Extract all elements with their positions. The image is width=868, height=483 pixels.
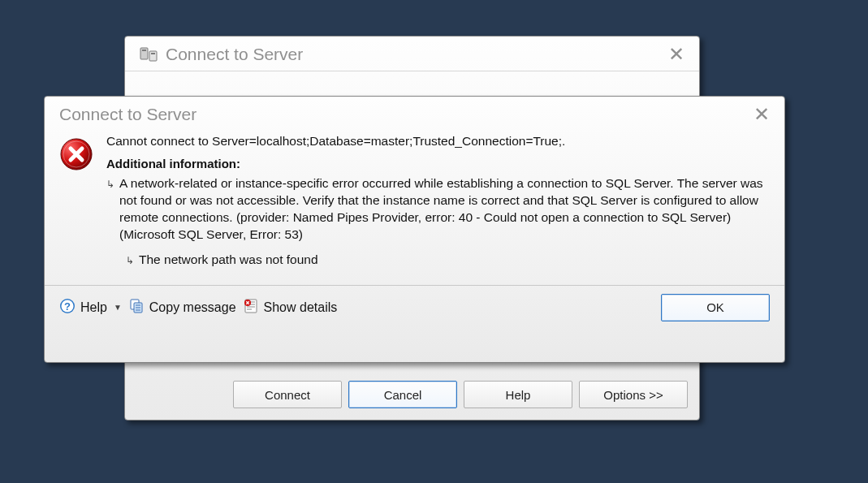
close-icon[interactable]: ✕ — [754, 105, 770, 124]
additional-info-heading: Additional information: — [106, 157, 770, 170]
svg-rect-2 — [142, 50, 146, 51]
error-message: Cannot connect to Server=localhost;Datab… — [106, 134, 770, 149]
dialog-titlebar: Connect to Server ✕ — [125, 37, 699, 71]
connect-button[interactable]: Connect — [233, 381, 342, 408]
svg-rect-1 — [149, 51, 157, 61]
svg-rect-3 — [151, 53, 155, 54]
show-details-link[interactable]: Show details — [243, 298, 338, 317]
copy-icon — [128, 298, 145, 317]
tree-arrow-icon: ↳ — [126, 252, 134, 269]
help-button[interactable]: Help — [464, 381, 572, 408]
chevron-down-icon: ▼ — [114, 303, 122, 312]
error-dialog-title: Connect to Server — [59, 105, 196, 124]
help-icon: ? — [59, 298, 76, 317]
dialog-button-row: Connect Cancel Help Options >> — [233, 381, 688, 408]
details-icon — [243, 298, 259, 317]
options-button[interactable]: Options >> — [579, 381, 688, 408]
tree-arrow-icon: ↳ — [106, 175, 114, 244]
copy-message-label: Copy message — [149, 300, 236, 315]
error-icon — [59, 137, 93, 269]
ok-button[interactable]: OK — [661, 294, 770, 321]
error-detail-2: The network path was not found — [139, 252, 770, 269]
copy-message-link[interactable]: Copy message — [128, 298, 236, 317]
server-icon — [140, 46, 158, 63]
help-link[interactable]: ? Help ▼ — [59, 298, 122, 317]
error-dialog: Connect to Server ✕ Cannot connect to Se… — [44, 96, 785, 363]
svg-text:?: ? — [64, 300, 71, 313]
show-details-label: Show details — [264, 300, 338, 315]
dialog-title: Connect to Server — [166, 45, 303, 64]
close-icon[interactable]: ✕ — [668, 45, 684, 64]
error-action-row: ? Help ▼ Copy message — [45, 286, 784, 333]
error-detail-1: A network-related or instance-specific e… — [119, 175, 770, 244]
help-link-label: Help — [80, 300, 107, 315]
cancel-button[interactable]: Cancel — [348, 381, 457, 408]
error-dialog-titlebar: Connect to Server ✕ — [45, 97, 784, 131]
